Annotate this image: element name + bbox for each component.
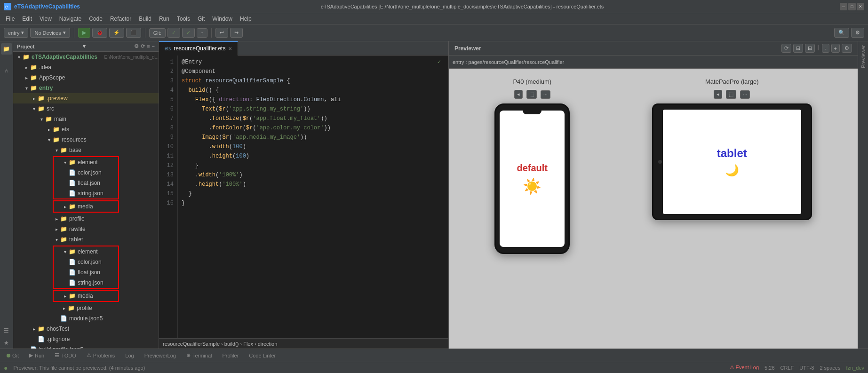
tablet-back-btn[interactable]: ◂ <box>714 90 722 99</box>
tree-ohostest[interactable]: ▸ 📁 ohosTest <box>13 324 159 334</box>
tree-module-json5[interactable]: 📄 module.json5 <box>13 313 159 324</box>
menu-item-view[interactable]: View <box>36 15 56 23</box>
tree-profile-1[interactable]: ▸ 📁 profile <box>13 214 159 224</box>
previewer-tab-label[interactable]: Previewer <box>859 41 868 72</box>
sidebar-ctrl-3[interactable]: ≡ <box>147 43 150 49</box>
activity-structure[interactable]: ☰ <box>1 325 12 336</box>
tree-color-json-1[interactable]: 📄 color.json <box>54 167 118 178</box>
git-push-button[interactable]: ↑ <box>197 28 208 38</box>
status-bar: ● Previewer: This file cannot be preview… <box>0 362 868 373</box>
run-button[interactable]: ▶ <box>78 28 90 38</box>
editor-content[interactable]: 123456 789101112 13141516 @Entry✓ @Compo… <box>159 56 448 338</box>
tree-media-1[interactable]: ▸ 📁 media <box>54 201 118 212</box>
menu-item-git[interactable]: Git <box>194 15 208 23</box>
stop-button[interactable]: ⬛ <box>126 28 141 38</box>
tablet-more-btn[interactable]: ··· <box>740 90 750 99</box>
prev-grid-btn[interactable]: ⊞ <box>805 44 815 53</box>
status-error[interactable]: ⚠ Event Log <box>730 365 759 371</box>
tree-entry[interactable]: ▾ 📁 entry <box>13 83 159 93</box>
profile-button[interactable]: ⚡ <box>109 28 124 38</box>
menu-item-window[interactable]: Window <box>208 15 236 23</box>
menu-item-navigate[interactable]: Navigate <box>56 15 85 23</box>
prev-zoom-out-btn[interactable]: - <box>822 44 829 53</box>
git-check1-button[interactable]: ✓ <box>167 28 180 38</box>
problems-label: Problems <box>93 353 115 358</box>
tree-float-json-2[interactable]: 📄 float.json <box>54 267 118 278</box>
tree-appscope[interactable]: ▸ 📁 AppScope <box>13 72 159 83</box>
undo-button[interactable]: ↩ <box>215 28 228 38</box>
menu-item-code[interactable]: Code <box>85 15 106 23</box>
bottom-tab-todo[interactable]: ☰ TODO <box>50 350 81 361</box>
sidebar-controls: ⚙ ⟳ ≡ − <box>134 43 155 49</box>
tree-string-json-2[interactable]: 📄 string.json <box>54 278 118 288</box>
debug-button[interactable]: 🐞 <box>92 28 107 38</box>
tree-base[interactable]: ▾ 📁 base <box>13 145 159 155</box>
project-dropdown-icon[interactable]: ▾ <box>83 43 86 49</box>
activity-project[interactable]: 📁 <box>1 43 12 55</box>
tab-close[interactable]: ✕ <box>228 46 232 51</box>
menu-item-build[interactable]: Build <box>135 15 155 23</box>
code-line-4: build() { <box>182 86 445 95</box>
git-check2-button[interactable]: ✓ <box>182 28 195 38</box>
status-right: ⚠ Event Log 5:26 CRLF UTF-8 2 spaces fzn… <box>730 365 864 371</box>
tab-resource-qualifier[interactable]: ets resourceQualifier.ets ✕ <box>159 41 238 56</box>
menu-item-help[interactable]: Help <box>236 15 255 23</box>
tab-icon: ets <box>165 46 171 51</box>
bottom-tab-git[interactable]: Git <box>2 350 24 361</box>
tree-base-element[interactable]: ▾ 📁 element <box>54 157 118 167</box>
activity-commit[interactable]: ⑃ <box>1 65 12 76</box>
bottom-tab-log[interactable]: Log <box>120 350 138 361</box>
bottom-tab-profiler[interactable]: Profiler <box>218 350 244 361</box>
tree-root-project[interactable]: ▾ 📁 eTSAdaptiveCapabilities E:\North\one… <box>13 52 159 62</box>
sidebar-ctrl-2[interactable]: ⟳ <box>141 43 145 49</box>
tree-build-profile[interactable]: 📄 build-profile.json5 <box>13 344 159 349</box>
maximize-button[interactable]: □ <box>848 3 856 10</box>
tree-tablet-element[interactable]: ▾ 📁 element <box>54 246 118 257</box>
tree-resources[interactable]: ▾ 📁 resources <box>13 135 159 145</box>
tree-media-2[interactable]: ▸ 📁 media <box>54 291 118 301</box>
bottom-tab-terminal[interactable]: ⊕ Terminal <box>182 350 217 361</box>
bottom-tab-codelinter[interactable]: Code Linter <box>244 350 280 361</box>
entry-selector[interactable]: entry ▾ <box>4 28 28 38</box>
tree-preview[interactable]: ▸ 📁 .preview <box>13 93 159 103</box>
tree-color-json-2[interactable]: 📄 color.json <box>54 257 118 267</box>
prev-refresh-btn[interactable]: ⟳ <box>781 44 791 53</box>
code-editor[interactable]: @Entry✓ @Component struct resourceQualif… <box>178 56 448 338</box>
tree-string-json-1[interactable]: 📄 string.json <box>54 188 118 198</box>
sidebar-ctrl-1[interactable]: ⚙ <box>134 43 139 49</box>
phone-home-btn[interactable]: ⬚ <box>526 90 537 99</box>
tablet-home-btn[interactable]: ⬚ <box>726 90 736 99</box>
prev-settings-btn[interactable]: ⚙ <box>842 44 852 53</box>
sidebar-ctrl-4[interactable]: − <box>152 43 155 49</box>
menu-item-tools[interactable]: Tools <box>173 15 194 23</box>
phone-more-btn[interactable]: ··· <box>541 90 550 99</box>
tree-float-json-1[interactable]: 📄 float.json <box>54 178 118 188</box>
minimize-button[interactable]: ─ <box>840 3 847 10</box>
tree-idea[interactable]: ▸ 📁 .idea <box>13 62 159 72</box>
tree-main[interactable]: ▾ 📁 main <box>13 114 159 124</box>
tree-ets[interactable]: ▸ 📁 ets <box>13 124 159 135</box>
search-button[interactable]: 🔍 <box>834 28 849 38</box>
menu-item-file[interactable]: File <box>2 15 18 23</box>
menu-item-edit[interactable]: Edit <box>18 15 36 23</box>
bottom-tab-previewerlog[interactable]: PreviewerLog <box>140 350 181 361</box>
prev-zoom-in-btn[interactable]: + <box>831 44 840 53</box>
redo-button[interactable]: ↪ <box>230 28 243 38</box>
phone-back-btn[interactable]: ◂ <box>514 90 523 99</box>
window-controls[interactable]: ─ □ ✕ <box>840 3 864 10</box>
tree-rawfile[interactable]: ▸ 📁 rawfile <box>13 224 159 234</box>
tree-tablet[interactable]: ▾ 📁 tablet <box>13 234 159 245</box>
bottom-tab-run[interactable]: ▶ Run <box>24 350 49 361</box>
tree-profile-2[interactable]: ▸ 📁 profile <box>13 303 159 313</box>
prev-split-btn[interactable]: ⊟ <box>793 44 803 53</box>
tree-src[interactable]: ▾ 📁 src <box>13 103 159 114</box>
menu-item-run[interactable]: Run <box>155 15 173 23</box>
tree-gitignore-1[interactable]: 📄 .gitignore <box>13 334 159 344</box>
menu-item-refactor[interactable]: Refactor <box>106 15 135 23</box>
activity-favorites[interactable]: ★ <box>1 337 12 349</box>
close-button[interactable]: ✕ <box>857 3 864 10</box>
settings-button[interactable]: ⚙ <box>851 28 864 38</box>
bottom-tab-problems[interactable]: ⚠ Problems <box>82 350 119 361</box>
git-branch-button[interactable]: Git: <box>149 28 166 38</box>
devices-selector[interactable]: No Devices ▾ <box>30 28 70 38</box>
